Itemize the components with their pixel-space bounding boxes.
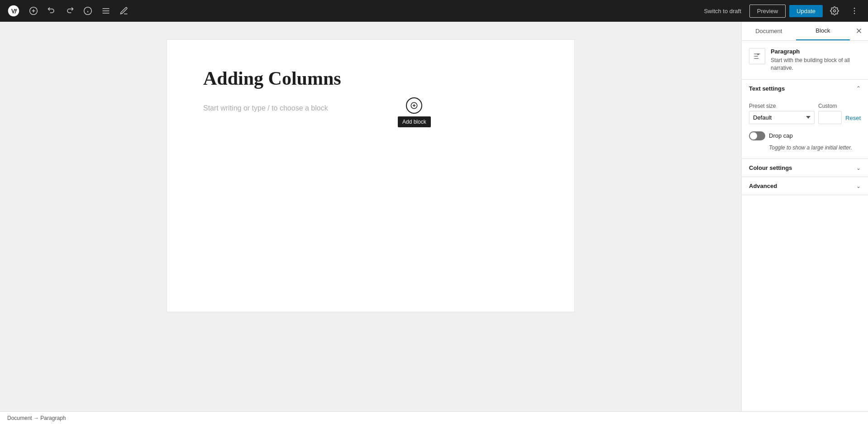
block-info-text: Paragraph Start with the building block …	[771, 48, 861, 72]
preset-size-label: Preset size	[749, 103, 815, 109]
settings-button[interactable]	[826, 3, 843, 19]
tab-document[interactable]: Document	[742, 22, 796, 40]
custom-size-input[interactable]	[818, 111, 842, 124]
main-layout: Adding Columns Start writing or type / t…	[0, 22, 868, 411]
colour-settings-chevron: ⌄	[856, 165, 861, 171]
sidebar: Document Block Paragraph Start with the …	[741, 22, 868, 411]
block-description: Start with the building block of all nar…	[771, 57, 861, 72]
toolbar: Switch to draft Preview Update	[0, 0, 868, 22]
toggle-knob	[750, 132, 757, 140]
undo-button[interactable]	[43, 3, 60, 19]
add-block-toolbar-button[interactable]	[25, 3, 42, 19]
svg-point-10	[854, 8, 855, 9]
text-settings-panel: Text settings ⌃ Preset size Default Cust…	[742, 80, 868, 159]
advanced-header[interactable]: Advanced ⌄	[742, 177, 868, 195]
block-info: Paragraph Start with the building block …	[742, 41, 868, 80]
advanced-chevron: ⌄	[856, 183, 861, 189]
colour-settings-panel: Colour settings ⌄	[742, 159, 868, 177]
colour-settings-title: Colour settings	[749, 164, 792, 171]
advanced-title: Advanced	[749, 183, 777, 189]
redo-button[interactable]	[62, 3, 78, 19]
custom-col: Custom	[818, 103, 842, 124]
block-name: Paragraph	[771, 48, 861, 55]
advanced-panel: Advanced ⌄	[742, 177, 868, 195]
editor-area: Adding Columns Start writing or type / t…	[0, 22, 741, 411]
post-title[interactable]: Adding Columns	[203, 67, 538, 90]
preset-custom-row: Preset size Default Custom Reset	[749, 103, 861, 124]
preset-size-col: Preset size Default	[749, 103, 815, 124]
custom-label: Custom	[818, 103, 842, 109]
add-block-circle-button[interactable]	[406, 97, 422, 114]
status-bar: Document → Paragraph	[0, 411, 868, 424]
text-settings-content: Preset size Default Custom Reset	[742, 97, 868, 159]
drop-cap-description: Toggle to show a large initial letter.	[769, 144, 861, 152]
text-settings-chevron: ⌃	[856, 85, 861, 92]
paragraph-block[interactable]: Start writing or type / to choose a bloc…	[203, 104, 538, 112]
svg-point-9	[834, 10, 836, 12]
wp-logo	[5, 3, 22, 19]
tab-block[interactable]: Block	[796, 22, 850, 40]
drop-cap-row: Drop cap	[749, 131, 861, 140]
sidebar-close-button[interactable]	[850, 22, 868, 40]
drop-cap-toggle[interactable]	[749, 131, 765, 140]
svg-point-12	[854, 13, 855, 14]
details-button[interactable]	[80, 3, 96, 19]
sidebar-tabs: Document Block	[742, 22, 868, 41]
list-view-button[interactable]	[98, 3, 114, 19]
placeholder-text: Start writing or type / to choose a bloc…	[203, 104, 328, 112]
text-settings-header[interactable]: Text settings ⌃	[742, 80, 868, 97]
editor-canvas: Adding Columns Start writing or type / t…	[167, 40, 574, 312]
svg-rect-18	[758, 53, 759, 55]
svg-point-11	[854, 10, 855, 12]
drop-cap-label: Drop cap	[769, 132, 793, 139]
switch-draft-button[interactable]: Switch to draft	[699, 5, 745, 17]
more-options-button[interactable]	[846, 3, 863, 19]
preview-button[interactable]: Preview	[749, 5, 786, 18]
preset-size-select[interactable]: Default	[749, 111, 815, 124]
update-button[interactable]: Update	[789, 5, 823, 17]
status-text: Document → Paragraph	[7, 415, 66, 421]
tools-button[interactable]	[116, 3, 132, 19]
colour-settings-header[interactable]: Colour settings ⌄	[742, 159, 868, 177]
add-block-tooltip: Add block	[398, 116, 431, 127]
reset-button[interactable]: Reset	[845, 115, 861, 124]
text-settings-title: Text settings	[749, 85, 785, 92]
block-icon	[749, 48, 765, 64]
